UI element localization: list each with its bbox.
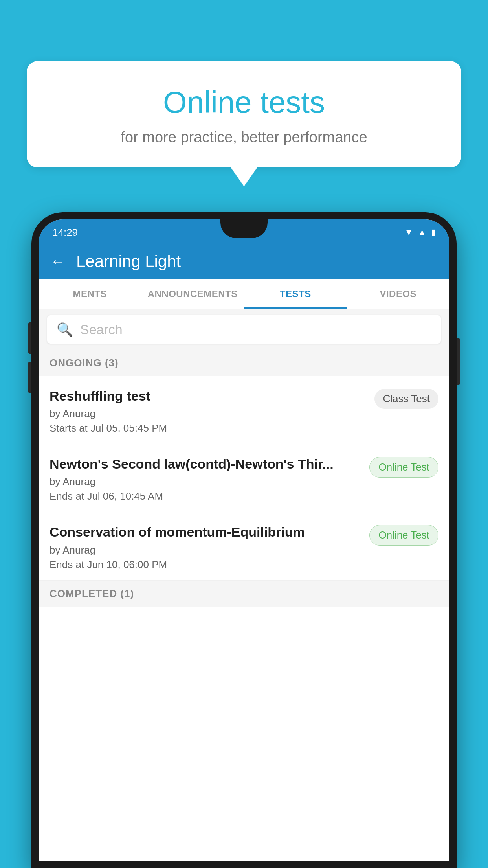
signal-icon: ▲ xyxy=(418,227,426,237)
bubble-title: Online tests xyxy=(46,85,442,120)
tab-tests[interactable]: TESTS xyxy=(244,279,347,309)
wifi-icon: ▼ xyxy=(404,227,413,237)
test-item-name: Reshuffling test xyxy=(50,387,367,405)
test-item-content: Newton's Second law(contd)-Newton's Thir… xyxy=(50,455,369,502)
battery-icon: ▮ xyxy=(431,227,436,237)
test-item-author: by Anurag xyxy=(50,408,367,420)
bubble-subtitle: for more practice, better performance xyxy=(46,129,442,146)
test-item-name: Conservation of momentum-Equilibrium xyxy=(50,523,361,541)
volume-up-button[interactable] xyxy=(28,322,31,354)
test-item[interactable]: Newton's Second law(contd)-Newton's Thir… xyxy=(39,444,449,512)
test-item[interactable]: Conservation of momentum-Equilibrium by … xyxy=(39,512,449,580)
phone-screen: 14:29 ▼ ▲ ▮ ← Learning Light MENTS ANNOU… xyxy=(39,219,449,861)
tab-ments[interactable]: MENTS xyxy=(39,279,141,309)
test-item-author: by Anurag xyxy=(50,544,361,556)
speech-bubble: Online tests for more practice, better p… xyxy=(27,61,461,167)
test-item-content: Reshuffling test by Anurag Starts at Jul… xyxy=(50,387,374,434)
tab-announcements[interactable]: ANNOUNCEMENTS xyxy=(141,279,244,309)
test-item-name: Newton's Second law(contd)-Newton's Thir… xyxy=(50,455,361,473)
tabs-bar: MENTS ANNOUNCEMENTS TESTS VIDEOS xyxy=(39,279,449,309)
completed-section-label: COMPLETED (1) xyxy=(39,581,449,607)
status-time: 14:29 xyxy=(52,226,78,239)
search-icon: 🔍 xyxy=(57,322,73,337)
volume-down-button[interactable] xyxy=(28,362,31,393)
test-item[interactable]: Reshuffling test by Anurag Starts at Jul… xyxy=(39,376,449,444)
search-bar[interactable]: 🔍 Search xyxy=(47,315,441,344)
status-icons: ▼ ▲ ▮ xyxy=(404,227,436,237)
power-button[interactable] xyxy=(457,338,460,385)
test-item-author: by Anurag xyxy=(50,476,361,488)
ongoing-section-label: ONGOING (3) xyxy=(39,350,449,376)
test-list: Reshuffling test by Anurag Starts at Jul… xyxy=(39,376,449,861)
back-button[interactable]: ← xyxy=(50,253,65,270)
search-input[interactable]: Search xyxy=(80,322,123,337)
status-bar: 14:29 ▼ ▲ ▮ xyxy=(39,219,449,244)
tab-videos[interactable]: VIDEOS xyxy=(347,279,450,309)
app-title: Learning Light xyxy=(76,252,181,271)
test-badge-online-2: Online Test xyxy=(369,525,438,546)
test-badge-class: Class Test xyxy=(374,389,438,409)
test-item-date: Ends at Jun 10, 06:00 PM xyxy=(50,559,361,571)
app-bar: ← Learning Light xyxy=(39,244,449,279)
test-item-date: Ends at Jul 06, 10:45 AM xyxy=(50,490,361,502)
notch xyxy=(220,219,268,238)
test-item-content: Conservation of momentum-Equilibrium by … xyxy=(50,523,369,570)
phone-frame: 14:29 ▼ ▲ ▮ ← Learning Light MENTS ANNOU… xyxy=(31,212,457,868)
test-item-date: Starts at Jul 05, 05:45 PM xyxy=(50,422,367,434)
search-container: 🔍 Search xyxy=(39,309,449,350)
test-badge-online: Online Test xyxy=(369,457,438,478)
